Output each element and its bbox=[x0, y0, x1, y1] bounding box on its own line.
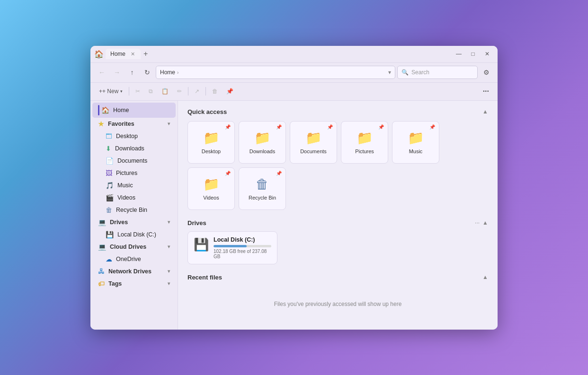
documents-folder-icon: 📁 bbox=[305, 130, 322, 146]
sidebar-item-local-disk[interactable]: 💾 Local Disk (C:) bbox=[92, 228, 176, 241]
qa-item-desktop[interactable]: 📌 📁 Desktop bbox=[187, 121, 235, 164]
qa-item-pictures[interactable]: 📌 📁 Pictures bbox=[341, 121, 388, 164]
drives-more-button[interactable]: ··· bbox=[475, 219, 480, 226]
action-separator-2 bbox=[188, 87, 188, 96]
pictures-icon: 🖼 bbox=[106, 169, 112, 177]
music-folder-icon: 📁 bbox=[408, 130, 424, 146]
qa-pin-videos-icon[interactable]: 📌 bbox=[225, 171, 231, 176]
sidebar-item-pictures[interactable]: 🖼 Pictures bbox=[92, 167, 176, 179]
paste-button[interactable]: 📋 bbox=[158, 85, 172, 98]
sidebar-cloud-drives-header[interactable]: 💻 Cloud Drives ▾ bbox=[92, 241, 176, 253]
sidebar-item-videos[interactable]: 🎬 Videos bbox=[92, 192, 176, 204]
close-button[interactable]: ✕ bbox=[481, 47, 494, 61]
desktop-folder-icon: 📁 bbox=[203, 130, 220, 146]
drives-section-header: Drives ··· ▲ bbox=[187, 219, 488, 227]
sidebar-favorites-label: Favorites bbox=[108, 121, 164, 127]
maximize-button[interactable]: □ bbox=[466, 47, 480, 61]
sidebar-videos-label: Videos bbox=[117, 194, 170, 201]
qa-pin-desktop-icon[interactable]: 📌 bbox=[225, 124, 231, 130]
more-actions-button[interactable]: ··· bbox=[479, 85, 493, 98]
drives-list: 💾 Local Disk (C:) 102.18 GB free of 237.… bbox=[187, 231, 488, 264]
recycle-bin-icon: 🗑 bbox=[106, 206, 112, 214]
recent-files-collapse-button[interactable]: ▲ bbox=[482, 274, 488, 280]
file-explorer-window: 🏠 Home ✕ + — □ ✕ ← → ↑ ↻ Home › ▾ 🔍 Sear… bbox=[90, 46, 498, 330]
pin-button[interactable]: 📌 bbox=[223, 85, 237, 98]
tab-close-button[interactable]: ✕ bbox=[129, 51, 136, 57]
quick-access-section-header: Quick access ▲ bbox=[187, 108, 488, 115]
qa-pin-music-icon[interactable]: 📌 bbox=[429, 124, 435, 130]
sidebar-home-label: Home bbox=[113, 107, 170, 113]
qa-item-videos[interactable]: 📌 📁 Videos bbox=[187, 167, 235, 210]
search-icon: 🔍 bbox=[401, 69, 409, 76]
drives-chevron-icon: ▾ bbox=[168, 219, 170, 225]
refresh-button[interactable]: ↻ bbox=[141, 66, 154, 79]
new-tab-button[interactable]: + bbox=[141, 49, 151, 59]
sidebar-item-music[interactable]: 🎵 Music bbox=[92, 179, 176, 192]
back-button[interactable]: ← bbox=[95, 66, 108, 79]
sidebar-item-recycle-bin[interactable]: 🗑 Recycle Bin bbox=[92, 204, 176, 216]
sidebar-drives-header[interactable]: 💻 Drives ▾ bbox=[92, 216, 176, 228]
drives-collapse-button[interactable]: ▲ bbox=[482, 219, 488, 226]
qa-pin-pictures-icon[interactable]: 📌 bbox=[378, 124, 384, 130]
recent-files-title: Recent files bbox=[187, 274, 222, 281]
qa-item-downloads[interactable]: 📌 📁 Downloads bbox=[239, 121, 286, 164]
new-chevron-icon: ▾ bbox=[120, 89, 123, 94]
drive-space-label: 102.18 GB free of 237.08 GB bbox=[214, 249, 271, 259]
tab-label: Home bbox=[110, 51, 125, 57]
documents-icon: 📄 bbox=[106, 157, 114, 165]
settings-button[interactable]: ⚙ bbox=[480, 66, 493, 79]
action-separator-1 bbox=[129, 87, 129, 96]
sidebar-tags-header[interactable]: 🏷 Tags ▾ bbox=[92, 278, 176, 290]
downloads-icon: ⬇ bbox=[106, 145, 111, 152]
qa-item-music[interactable]: 📌 📁 Music bbox=[392, 121, 439, 164]
active-tab: Home ✕ bbox=[106, 49, 141, 59]
qa-pin-recycle-icon[interactable]: 📌 bbox=[276, 171, 282, 176]
cloud-drives-icon: 💻 bbox=[98, 243, 106, 251]
sidebar-item-desktop[interactable]: 🗔 Desktop bbox=[92, 130, 176, 142]
search-bar[interactable]: 🔍 Search bbox=[397, 66, 478, 79]
qa-videos-label: Videos bbox=[203, 195, 219, 201]
delete-button[interactable]: 🗑 bbox=[208, 85, 222, 98]
minimize-button[interactable]: — bbox=[452, 47, 465, 61]
qa-pin-documents-icon[interactable]: 📌 bbox=[327, 124, 333, 130]
sidebar-item-onedrive[interactable]: ☁ OneDrive bbox=[92, 253, 176, 265]
window-controls: — □ ✕ bbox=[452, 47, 494, 61]
forward-button[interactable]: → bbox=[110, 66, 124, 79]
content-area: Quick access ▲ 📌 📁 Desktop 📌 📁 Downloads… bbox=[178, 101, 498, 330]
sidebar-recycle-label: Recycle Bin bbox=[116, 207, 170, 213]
sidebar-music-label: Music bbox=[117, 182, 170, 189]
sidebar-local-disk-label: Local Disk (C:) bbox=[117, 231, 170, 238]
downloads-folder-icon: 📁 bbox=[254, 130, 271, 146]
sidebar-favorites-header[interactable]: ★ Favorites ▾ bbox=[92, 118, 176, 130]
local-disk-icon: 💾 bbox=[106, 231, 114, 238]
sidebar-item-home[interactable]: 🏠 Home bbox=[92, 103, 176, 118]
share-button[interactable]: ↗ bbox=[191, 85, 203, 98]
sidebar-drives-label: Drives bbox=[110, 219, 164, 226]
toolbar: ← → ↑ ↻ Home › ▾ 🔍 Search ⚙ bbox=[90, 63, 498, 83]
sidebar-documents-label: Documents bbox=[117, 157, 170, 164]
cut-button[interactable]: ✂ bbox=[132, 85, 144, 98]
music-icon: 🎵 bbox=[106, 182, 114, 189]
up-button[interactable]: ↑ bbox=[125, 66, 139, 79]
main-area: 🏠 Home ★ Favorites ▾ 🗔 Desktop ⬇ Downloa… bbox=[90, 101, 498, 330]
sidebar-network-header[interactable]: 🖧 Network Drives ▾ bbox=[92, 265, 176, 278]
copy-button[interactable]: ⧉ bbox=[145, 85, 157, 98]
tags-icon: 🏷 bbox=[98, 280, 105, 288]
sidebar-item-downloads[interactable]: ⬇ Downloads bbox=[92, 142, 176, 155]
new-button[interactable]: + + New ▾ bbox=[95, 85, 126, 98]
address-dropdown-icon[interactable]: ▾ bbox=[388, 69, 391, 76]
search-placeholder: Search bbox=[411, 69, 429, 76]
rename-button[interactable]: ✏ bbox=[173, 85, 186, 98]
drive-item-local-disk[interactable]: 💾 Local Disk (C:) 102.18 GB free of 237.… bbox=[187, 231, 277, 264]
qa-item-documents[interactable]: 📌 📁 Documents bbox=[290, 121, 337, 164]
quick-access-collapse-button[interactable]: ▲ bbox=[482, 108, 488, 115]
address-bar[interactable]: Home › ▾ bbox=[156, 66, 395, 79]
qa-item-recycle-bin[interactable]: 📌 🗑 Recycle Bin bbox=[239, 167, 286, 210]
recent-files-header: Recent files ▲ bbox=[187, 274, 488, 281]
window-icon: 🏠 bbox=[94, 50, 103, 58]
sidebar-onedrive-label: OneDrive bbox=[116, 256, 170, 262]
tags-chevron-icon: ▾ bbox=[168, 281, 170, 286]
qa-pin-downloads-icon[interactable]: 📌 bbox=[276, 124, 282, 130]
sidebar-item-documents[interactable]: 📄 Documents bbox=[92, 155, 176, 167]
recycle-bin-folder-icon: 🗑 bbox=[256, 176, 269, 192]
